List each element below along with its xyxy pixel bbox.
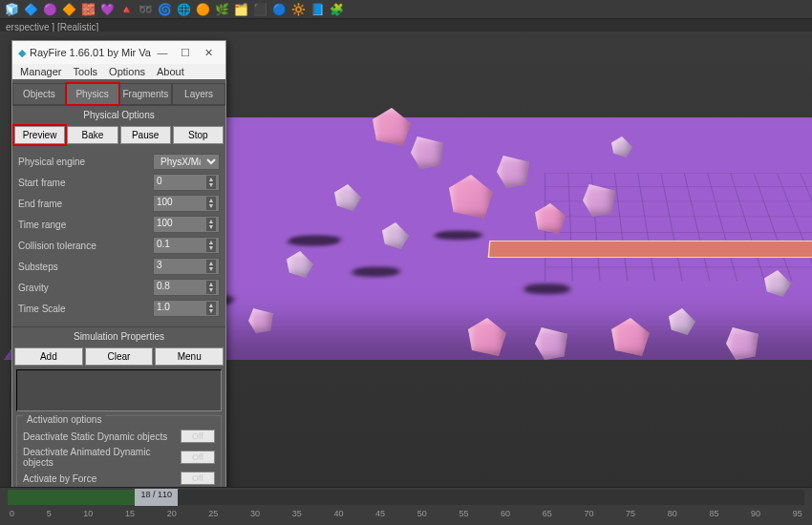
spinner-arrows-icon[interactable]: ▲▼ (206, 218, 216, 231)
tab-objects[interactable]: Objects (12, 83, 66, 105)
param-spinner[interactable]: 0.1▲▼ (153, 237, 220, 254)
spinner-arrows-icon[interactable]: ▲▼ (206, 260, 216, 273)
dialog-menubar: Manager Tools Options About (12, 64, 225, 79)
maximize-icon[interactable]: ☐ (174, 47, 197, 59)
tool-icon[interactable]: 🌿 (214, 2, 229, 17)
tick-label: 70 (584, 509, 593, 518)
toggle-button[interactable]: Off (181, 451, 215, 464)
tool-icon[interactable]: 🟠 (195, 2, 210, 17)
tool-icon[interactable]: ➿ (138, 2, 153, 17)
tick-label: 40 (333, 509, 343, 518)
spinner-arrows-icon[interactable]: ▲▼ (206, 176, 216, 189)
param-label: Gravity (18, 283, 153, 293)
tab-physics[interactable]: Physics (66, 83, 119, 105)
shadow (286, 236, 341, 246)
tick-label: 45 (375, 509, 385, 518)
tool-icon[interactable]: 🗂️ (233, 2, 248, 17)
tick-label: 80 (668, 509, 677, 518)
tool-icon[interactable]: 📘 (310, 2, 325, 17)
tool-icon[interactable]: 🌀 (157, 2, 172, 17)
tick-label: 20 (167, 509, 177, 518)
engine-label: Physical engine (18, 157, 153, 167)
tick-label: 75 (626, 509, 635, 518)
dialog-titlebar[interactable]: ◆ RayFire 1.66.01 by Mir Va — ☐ ✕ (12, 41, 225, 64)
param-label: Time Scale (18, 304, 153, 314)
tool-icon[interactable]: 🔶 (61, 2, 76, 17)
tick-label: 0 (10, 509, 14, 518)
tick-label: 10 (83, 509, 93, 518)
dialog-title: RayFire 1.66.01 by Mir Va (30, 47, 151, 58)
stop-button[interactable]: Stop (173, 126, 224, 144)
close-icon[interactable]: ✕ (197, 47, 220, 59)
param-spinner[interactable]: 0▲▼ (153, 174, 220, 191)
menu-button[interactable]: Menu (155, 347, 224, 366)
tool-icon[interactable]: 💜 (99, 2, 115, 17)
spinner-arrows-icon[interactable]: ▲▼ (206, 281, 216, 294)
spinner-arrows-icon[interactable]: ▲▼ (206, 302, 216, 315)
tool-icon[interactable]: 🔆 (290, 2, 306, 17)
tool-icon[interactable]: 🧱 (80, 2, 96, 17)
bake-button[interactable]: Bake (67, 126, 118, 144)
grid-icon (545, 173, 812, 281)
engine-select[interactable]: PhysX/MassFx (153, 154, 220, 170)
tool-icon[interactable]: 🔷 (23, 2, 38, 17)
app-icon: ◆ (18, 47, 26, 59)
tool-icon[interactable]: 🔵 (271, 2, 287, 17)
toggle-button[interactable]: Off (181, 472, 215, 485)
tick-label: 90 (751, 509, 760, 518)
param-label: Start frame (18, 178, 153, 188)
minimize-icon[interactable]: — (151, 47, 174, 58)
tool-icon[interactable]: 🌐 (176, 2, 191, 17)
shadow (352, 266, 400, 277)
tick-label: 50 (417, 509, 427, 518)
tab-fragments[interactable]: Fragments (119, 83, 173, 105)
menu-about[interactable]: About (157, 66, 184, 77)
section-physical-options: Physical Options (12, 105, 225, 124)
param-spinner[interactable]: 100▲▼ (153, 216, 220, 233)
shadow (435, 231, 482, 240)
param-spinner[interactable]: 3▲▼ (153, 258, 220, 275)
tool-icon[interactable]: 🧊 (4, 2, 19, 17)
shadow (524, 284, 570, 294)
tick-label: 95 (793, 509, 802, 518)
tool-icon[interactable]: 🟣 (42, 2, 57, 17)
rayfire-dialog: ◆ RayFire 1.66.01 by Mir Va — ☐ ✕ Manage… (11, 40, 226, 510)
timeline: 18 / 110 0510152025303540455055606570758… (0, 487, 812, 525)
menu-manager[interactable]: Manager (20, 66, 61, 77)
tick-label: 5 (47, 509, 52, 518)
spinner-arrows-icon[interactable]: ▲▼ (206, 197, 216, 210)
tick-label: 35 (292, 509, 302, 518)
spinner-arrows-icon[interactable]: ▲▼ (206, 239, 216, 252)
param-spinner[interactable]: 0.8▲▼ (153, 279, 220, 296)
tick-label: 15 (125, 509, 135, 518)
tool-icon[interactable]: ⬛ (252, 2, 267, 17)
tab-layers[interactable]: Layers (172, 83, 225, 105)
tick-label: 60 (501, 509, 510, 518)
section-simulation: Simulation Properties (12, 326, 225, 346)
timeline-track[interactable]: 18 / 110 (8, 490, 804, 505)
param-spinner[interactable]: 100▲▼ (153, 195, 220, 212)
simulation-listbox[interactable] (16, 369, 222, 411)
menu-tools[interactable]: Tools (73, 66, 97, 77)
dialog-tabs: Objects Physics Fragments Layers (12, 83, 225, 105)
tool-icon[interactable]: 🧩 (329, 2, 344, 17)
timeline-played (8, 490, 135, 505)
toggle-button[interactable]: Off (181, 430, 215, 443)
timeline-handle[interactable]: 18 / 110 (135, 489, 178, 506)
tick-label: 65 (543, 509, 552, 518)
clear-button[interactable]: Clear (85, 347, 154, 366)
pause-button[interactable]: Pause (120, 126, 171, 144)
main-toolbar: 🧊 🔷 🟣 🔶 🧱 💜 🔺 ➿ 🌀 🌐 🟠 🌿 🗂️ ⬛ 🔵 🔆 📘 🧩 (0, 0, 812, 19)
timeline-ticks: 05101520253035404550556065707580859095 (0, 507, 812, 520)
add-button[interactable]: Add (14, 347, 83, 366)
beam-object (488, 241, 812, 258)
menu-options[interactable]: Options (109, 66, 145, 77)
tool-icon[interactable]: 🔺 (118, 2, 134, 17)
toggle-label: Deactivate Animated Dynamic objects (23, 447, 181, 468)
preview-button[interactable]: Preview (14, 126, 65, 144)
toggle-label: Deactivate Static Dynamic objects (23, 431, 181, 442)
param-label: Time range (18, 220, 153, 230)
param-spinner[interactable]: 1.0▲▼ (153, 300, 220, 317)
toggle-label: Activate by Force (23, 473, 181, 484)
fragment (373, 108, 411, 146)
